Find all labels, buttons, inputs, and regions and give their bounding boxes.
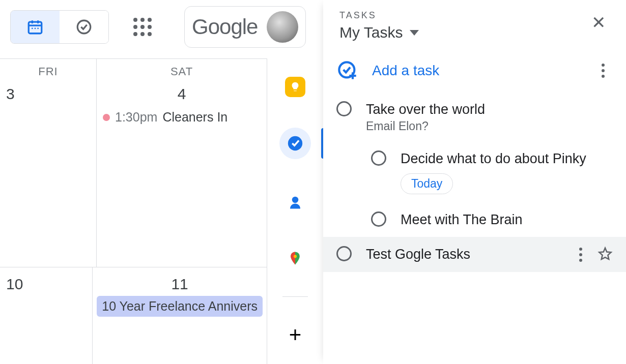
svg-point-7	[77, 20, 91, 34]
task-list-selector[interactable]: My Tasks	[339, 24, 419, 41]
tasks-panel: TASKS My Tasks ✕ Add a task Take over th…	[323, 0, 626, 364]
keep-app-button[interactable]	[285, 77, 305, 97]
task-checkbox[interactable]	[371, 211, 386, 227]
chevron-down-icon	[410, 30, 419, 36]
google-apps-button[interactable]	[126, 11, 159, 43]
task-checkbox[interactable]	[371, 150, 386, 166]
task-date-chip[interactable]: Today	[401, 173, 453, 194]
tasks-icon	[287, 135, 304, 152]
kebab-icon	[602, 64, 605, 67]
add-task-button[interactable]: Add a task	[337, 60, 439, 81]
tasks-app-button[interactable]	[279, 128, 311, 159]
task-item[interactable]: Take over the world Email Elon?	[323, 92, 626, 141]
tasks-header: TASKS My Tasks ✕	[323, 0, 626, 53]
add-task-row: Add a task	[323, 53, 626, 92]
task-checkbox[interactable]	[336, 246, 352, 261]
view-toggle	[10, 10, 109, 44]
day-label: SAT	[101, 65, 263, 78]
tasks-caption: TASKS	[339, 10, 419, 21]
task-title: Decide what to do about Pinky	[401, 149, 613, 168]
day-number: 3	[4, 85, 92, 103]
task-list-menu-button[interactable]	[597, 59, 609, 82]
calendar-grid: FRI 3 SAT 4 1:30pm Cleaners In 10 11 10 …	[0, 58, 267, 364]
svg-point-5	[35, 27, 36, 29]
task-list-name: My Tasks	[339, 24, 403, 41]
close-button[interactable]: ✕	[587, 10, 610, 35]
close-icon: ✕	[591, 13, 606, 32]
add-task-icon	[337, 60, 358, 81]
check-circle-icon	[75, 18, 93, 36]
svg-point-10	[294, 255, 297, 258]
event-color-dot	[103, 114, 110, 121]
task-description: Email Elon?	[366, 119, 613, 133]
maps-pin-icon	[288, 249, 303, 267]
svg-point-6	[37, 27, 39, 29]
event-title: Cleaners In	[162, 110, 227, 125]
calendar-event[interactable]: 1:30pm Cleaners In	[101, 110, 263, 125]
calendar-cell-sat[interactable]: SAT 4 1:30pm Cleaners In	[97, 59, 267, 267]
task-title: Take over the world	[366, 100, 613, 118]
day-number: 10	[4, 276, 88, 293]
task-item-menu-button[interactable]	[575, 244, 586, 266]
task-subitem[interactable]: Meet with The Brain	[323, 202, 626, 237]
day-label: FRI	[4, 65, 92, 78]
svg-point-4	[32, 27, 33, 29]
contacts-app-button[interactable]	[282, 190, 308, 215]
add-app-button[interactable]: +	[282, 322, 308, 348]
task-subitem[interactable]: Decide what to do about Pinky Today	[323, 141, 626, 202]
person-icon	[288, 195, 303, 210]
task-checkbox[interactable]	[336, 101, 352, 116]
tasks-view-button[interactable]	[60, 11, 108, 43]
svg-rect-0	[29, 22, 42, 34]
task-title: Meet with The Brain	[401, 210, 613, 229]
calendar-cell-fri[interactable]: FRI 3	[0, 59, 97, 267]
side-rail: +	[267, 58, 323, 364]
event-time: 1:30pm	[115, 110, 157, 125]
google-logo: Google	[192, 15, 258, 39]
calendar-icon	[26, 18, 44, 36]
apps-grid-icon	[133, 18, 152, 36]
calendar-event-chip[interactable]: 10 Year Freelance Annivers	[97, 296, 263, 317]
account-switcher[interactable]: Google	[184, 6, 306, 48]
svg-point-9	[292, 197, 299, 203]
add-task-label: Add a task	[372, 63, 439, 79]
avatar[interactable]	[267, 11, 298, 43]
calendar-cell-fri-next[interactable]: 10	[0, 267, 93, 364]
lightbulb-icon	[290, 81, 301, 93]
task-item[interactable]: Test Gogle Tasks	[323, 237, 626, 271]
plus-icon: +	[289, 324, 302, 346]
maps-app-button[interactable]	[282, 246, 308, 271]
day-number: 11	[97, 276, 263, 293]
calendar-view-button[interactable]	[11, 11, 60, 43]
calendar-cell-sat-next[interactable]: 11 10 Year Freelance Annivers	[93, 267, 267, 364]
star-icon	[597, 246, 613, 261]
task-list: Take over the world Email Elon? Decide w…	[323, 92, 626, 272]
rail-divider	[282, 296, 308, 297]
day-number: 4	[101, 85, 263, 103]
star-button[interactable]	[597, 246, 613, 263]
